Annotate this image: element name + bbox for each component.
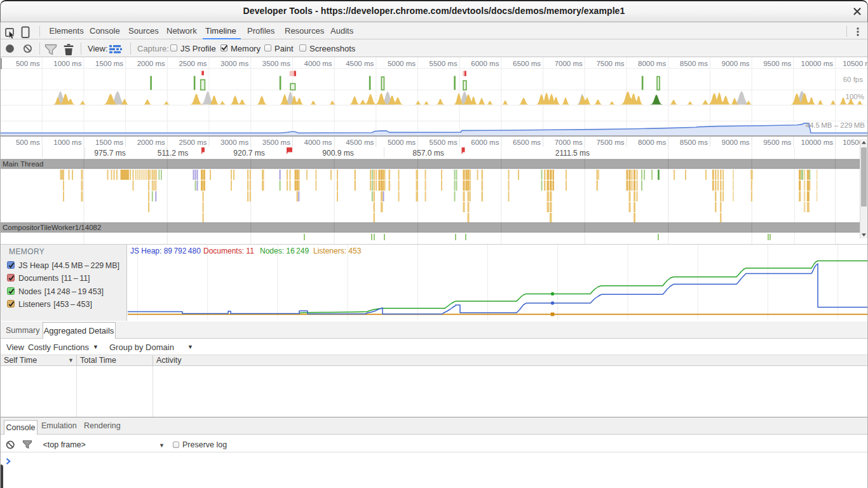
svg-text:1500 ms: 1500 ms [95,60,123,67]
svg-text:6000 ms: 6000 ms [471,60,499,67]
svg-text:8500 ms: 8500 ms [680,139,708,146]
svg-text:7000 ms: 7000 ms [555,60,583,67]
svg-text:CompositorTileWorker1/14082: CompositorTileWorker1/14082 [3,224,101,231]
svg-text:5000 ms: 5000 ms [388,139,416,146]
svg-text:8500 ms: 8500 ms [680,60,708,67]
svg-text:857.0 ms: 857.0 ms [412,149,444,158]
svg-text:8000 ms: 8000 ms [638,60,666,67]
svg-text:10500 ms: 10500 ms [843,60,868,67]
svg-text:6500 ms: 6500 ms [513,139,541,146]
svg-text:3000 ms: 3000 ms [220,60,248,67]
svg-text:8000 ms: 8000 ms [638,139,666,146]
svg-text:2000 ms: 2000 ms [137,139,165,146]
svg-text:100%: 100% [846,93,864,100]
svg-text:Main Thread: Main Thread [3,160,43,168]
svg-text:2500 ms: 2500 ms [179,139,207,146]
svg-text:4000 ms: 4000 ms [304,60,332,67]
svg-text:44.5 MB – 229 MB: 44.5 MB – 229 MB [806,121,865,129]
svg-text:9500 ms: 9500 ms [763,60,791,67]
svg-text:10000 ms: 10000 ms [801,60,833,67]
svg-text:5500 ms: 5500 ms [430,139,458,146]
svg-text:3500 ms: 3500 ms [262,60,290,67]
svg-text:7000 ms: 7000 ms [555,139,583,146]
svg-text:60 fps: 60 fps [843,76,864,83]
svg-text:10000 ms: 10000 ms [801,139,833,146]
svg-text:4500 ms: 4500 ms [346,60,374,67]
svg-text:6000 ms: 6000 ms [471,139,499,146]
svg-text:3000 ms: 3000 ms [220,139,248,146]
svg-text:9500 ms: 9500 ms [763,139,791,146]
svg-text:2500 ms: 2500 ms [179,60,207,67]
svg-text:9000 ms: 9000 ms [721,139,749,146]
svg-text:7500 ms: 7500 ms [596,139,624,146]
svg-text:1000 ms: 1000 ms [53,139,81,146]
svg-text:2000 ms: 2000 ms [137,60,165,67]
svg-text:5500 ms: 5500 ms [430,60,458,67]
svg-text:500 ms: 500 ms [16,60,40,67]
svg-text:500 ms: 500 ms [16,139,40,146]
svg-text:2111.5 ms: 2111.5 ms [555,149,590,158]
svg-text:7500 ms: 7500 ms [596,60,624,67]
svg-text:5000 ms: 5000 ms [388,60,416,67]
svg-text:900.9 ms: 900.9 ms [322,149,353,158]
svg-text:1000 ms: 1000 ms [53,60,81,67]
svg-text:920.7 ms: 920.7 ms [233,149,264,158]
svg-text:975.7 ms: 975.7 ms [94,149,125,158]
svg-text:4500 ms: 4500 ms [346,139,374,146]
svg-text:3500 ms: 3500 ms [262,139,290,146]
svg-text:511.2 ms: 511.2 ms [158,149,188,158]
svg-text:6500 ms: 6500 ms [513,60,541,67]
svg-text:9000 ms: 9000 ms [721,60,749,67]
svg-text:1500 ms: 1500 ms [95,139,123,146]
svg-text:4000 ms: 4000 ms [304,139,332,146]
